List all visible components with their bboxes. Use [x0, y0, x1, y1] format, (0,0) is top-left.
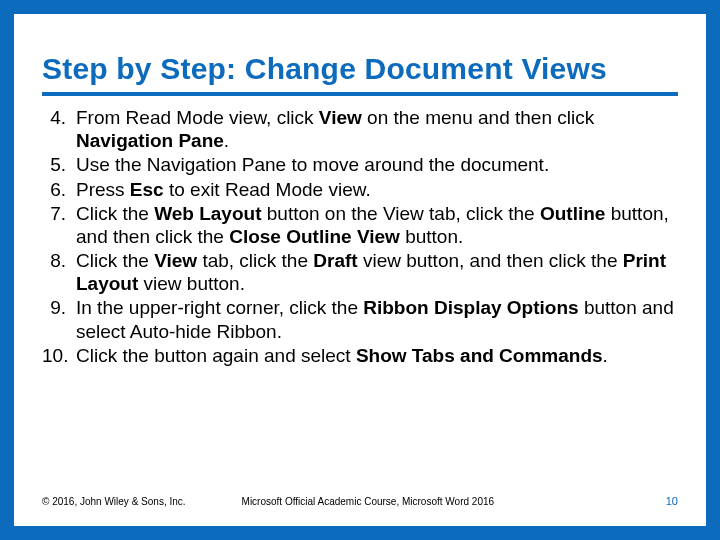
text: view button. [138, 273, 245, 294]
step-text: In the upper-right corner, click the Rib… [76, 296, 678, 342]
step-number: 8. [42, 249, 76, 272]
text: Click the [76, 250, 154, 271]
step-list: 4.From Read Mode view, click View on the… [42, 106, 678, 367]
list-item: 9.In the upper-right corner, click the R… [42, 296, 678, 342]
bold-text: Close Outline View [229, 226, 400, 247]
list-item: 4.From Read Mode view, click View on the… [42, 106, 678, 152]
text: button on the View tab, click the [261, 203, 540, 224]
bold-text: Show Tabs and Commands [356, 345, 603, 366]
step-number: 10. [42, 344, 76, 367]
text: Press [76, 179, 130, 200]
text: Click the button again and select [76, 345, 356, 366]
slide: Step by Step: Change Document Views 4.Fr… [0, 0, 720, 540]
text: From Read Mode view, click [76, 107, 319, 128]
text: button. [400, 226, 463, 247]
text: to exit Read Mode view. [164, 179, 371, 200]
step-text: Use the Navigation Pane to move around t… [76, 153, 678, 176]
bold-text: Ribbon Display Options [363, 297, 578, 318]
footer-page-number: 10 [666, 495, 678, 507]
bold-text: Navigation Pane [76, 130, 224, 151]
list-item: 8.Click the View tab, click the Draft vi… [42, 249, 678, 295]
bold-text: Web Layout [154, 203, 261, 224]
footer-copyright: © 2016, John Wiley & Sons, Inc. [42, 496, 186, 507]
text: In the upper-right corner, click the [76, 297, 363, 318]
list-item: 10.Click the button again and select Sho… [42, 344, 678, 367]
text: Click the [76, 203, 154, 224]
step-number: 9. [42, 296, 76, 319]
bold-text: View [319, 107, 362, 128]
bold-text: View [154, 250, 197, 271]
text: . [603, 345, 608, 366]
list-item: 6.Press Esc to exit Read Mode view. [42, 178, 678, 201]
step-number: 5. [42, 153, 76, 176]
text: Use the Navigation Pane to move around t… [76, 154, 549, 175]
slide-content: 4.From Read Mode view, click View on the… [42, 106, 678, 367]
text: . [224, 130, 229, 151]
footer-course: Microsoft Official Academic Course, Micr… [186, 496, 666, 507]
slide-footer: © 2016, John Wiley & Sons, Inc. Microsof… [28, 490, 692, 512]
step-text: Click the View tab, click the Draft view… [76, 249, 678, 295]
text: tab, click the [197, 250, 313, 271]
slide-title: Step by Step: Change Document Views [42, 52, 678, 96]
step-number: 7. [42, 202, 76, 225]
text: view button, and then click the [358, 250, 623, 271]
step-number: 6. [42, 178, 76, 201]
bold-text: Esc [130, 179, 164, 200]
text: on the menu and then click [362, 107, 594, 128]
list-item: 5.Use the Navigation Pane to move around… [42, 153, 678, 176]
step-text: Press Esc to exit Read Mode view. [76, 178, 678, 201]
step-text: Click the Web Layout button on the View … [76, 202, 678, 248]
bold-text: Outline [540, 203, 605, 224]
step-text: From Read Mode view, click View on the m… [76, 106, 678, 152]
list-item: 7.Click the Web Layout button on the Vie… [42, 202, 678, 248]
bold-text: Draft [313, 250, 357, 271]
step-number: 4. [42, 106, 76, 129]
step-text: Click the button again and select Show T… [76, 344, 678, 367]
